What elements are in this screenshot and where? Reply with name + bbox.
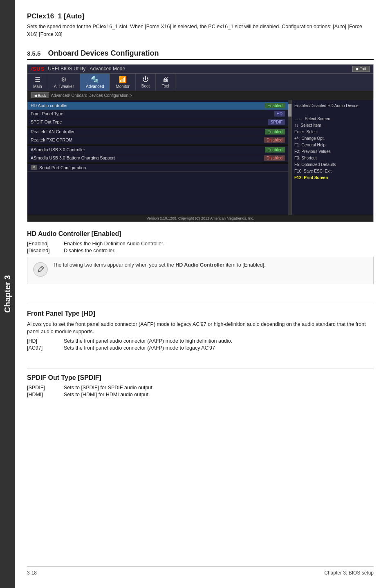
note-text: The following two items appear only when… (53, 261, 266, 269)
nav-tool[interactable]: 🖨 Tool (156, 74, 175, 91)
bios-breadcrumb: ◀ Back Advanced\ Onboard Devices Configu… (27, 91, 373, 100)
option-val: Disables the controller. (64, 248, 115, 254)
spdif-title: SPDIF Out Type [SPDIF] (27, 374, 374, 382)
hd-audio-section: HD Audio Controller [Enabled] [Enabled] … (27, 230, 374, 290)
option-row: [SPDIF] Sets to [SPDIF] for SPDIF audio … (27, 385, 374, 391)
bios-body: HD Audio controller Enabled Front Panel … (27, 100, 373, 215)
spdif-section: SPDIF Out Type [SPDIF] [SPDIF] Sets to [… (27, 374, 374, 401)
divider-1 (27, 304, 374, 304)
chapter-tab: Chapter 3 (0, 0, 15, 588)
page: Chapter 3 PCIex16_1 [Auto] Sets the spee… (0, 0, 390, 588)
bios-footer: Version 2.10.1208. Copyright (C) 2012 Am… (27, 215, 373, 222)
breadcrumb-path: Advanced\ Onboard Devices Configuration … (51, 93, 132, 98)
tool-icon: 🖨 (162, 76, 169, 83)
front-panel-desc: Allows you to set the front panel audio … (27, 321, 374, 336)
subsection-number: 3.5.5 (27, 50, 40, 57)
note-icon (33, 262, 48, 280)
main-content: PCIex16_1 [Auto] Sets the speed mode for… (15, 0, 390, 588)
scrollbar-thumb (288, 104, 291, 117)
svg-point-0 (34, 263, 47, 276)
boot-icon: ⏻ (142, 76, 149, 83)
option-key: [AC97] (27, 345, 64, 351)
option-key: [Disabled] (27, 248, 64, 254)
front-panel-section: Front Panel Type [HD] Allows you to set … (27, 310, 374, 355)
option-val: Sets to [SPDIF] for SPDIF audio output. (64, 385, 154, 391)
submenu-arrow: > (31, 165, 37, 170)
bios-exit-button[interactable]: ■ Exit (352, 66, 370, 72)
realtek-pxe-row[interactable]: Realtek PXE OPROM Disabled (27, 136, 288, 144)
back-button[interactable]: ◀ Back (31, 92, 49, 99)
hd-audio-options: [Enabled] Enables the High Definition Au… (27, 241, 374, 254)
option-row: [AC97] Sets the front panel audio connec… (27, 345, 374, 351)
asmedia-battery-row[interactable]: ASmedia USB 3.0 Battery Charging Support… (27, 154, 288, 162)
hd-audio-row[interactable]: HD Audio controller Enabled (27, 102, 288, 110)
spdif-options: [SPDIF] Sets to [SPDIF] for SPDIF audio … (27, 385, 374, 397)
asmedia-usb-row[interactable]: ASmedia USB 3.0 Controller Enabled (27, 146, 288, 154)
nav-boot[interactable]: ⏻ Boot (136, 74, 156, 91)
bios-help-text: Enabled/Disabled HD Audio Device →←: Sel… (294, 103, 371, 181)
exit-icon: ■ (356, 67, 359, 71)
option-key: [HDMI] (27, 392, 64, 397)
option-row: [Enabled] Enables the High Definition Au… (27, 241, 374, 247)
option-val: Sets the front panel audio connector (AA… (64, 338, 232, 344)
footer-left: 3-18 (27, 570, 37, 576)
pciex-section: PCIex16_1 [Auto] Sets the speed mode for… (27, 12, 374, 41)
subsection-header: 3.5.5 Onboard Devices Configuration (27, 49, 374, 60)
advanced-icon: 🔩 (91, 76, 99, 83)
bios-scrollbar[interactable] (288, 100, 291, 215)
front-panel-options: [HD] Sets the front panel audio connecto… (27, 338, 374, 351)
hd-audio-title: HD Audio Controller [Enabled] (27, 230, 374, 238)
nav-main[interactable]: ☰ Main (27, 74, 48, 91)
bios-ui-box: /SUS UEFI BIOS Utility - Advanced Mode ■… (27, 64, 374, 222)
front-panel-row[interactable]: Front Panel Type HD (27, 110, 288, 118)
option-row: [Disabled] Disables the controller. (27, 248, 374, 254)
option-row: [HDMI] Sets to [HDMI] for HDMI audio out… (27, 392, 374, 397)
option-key: [Enabled] (27, 241, 64, 247)
bios-logo: /SUS (31, 66, 45, 72)
option-row: [HD] Sets the front panel audio connecto… (27, 338, 374, 344)
monitor-icon: 📶 (119, 76, 127, 83)
footer-right: Chapter 3: BIOS setup (324, 570, 374, 576)
option-key: [SPDIF] (27, 385, 64, 391)
divider-2 (27, 368, 374, 368)
front-panel-title: Front Panel Type [HD] (27, 310, 374, 317)
realtek-lan-row[interactable]: Realtek LAN Controller Enabled (27, 128, 288, 136)
bios-titlebar: /SUS UEFI BIOS Utility - Advanced Mode ■… (27, 65, 373, 74)
bios-title-text: UEFI BIOS Utility - Advanced Mode (48, 66, 125, 72)
nav-monitor[interactable]: 📶 Monitor (110, 74, 135, 91)
main-icon: ☰ (35, 76, 40, 83)
page-footer: 3-18 Chapter 3: BIOS setup (27, 566, 374, 576)
pciex-title: PCIex16_1 [Auto] (27, 12, 374, 20)
option-val: Sets to [HDMI] for HDMI audio output. (64, 392, 150, 397)
nav-advanced[interactable]: 🔩 Advanced (80, 74, 110, 91)
bios-left-panel: HD Audio controller Enabled Front Panel … (27, 100, 288, 215)
pciex-desc: Sets the speed mode for the PCIex16_1 sl… (27, 23, 374, 38)
option-key: [HD] (27, 338, 64, 344)
spdif-out-row[interactable]: SPDIF Out Type SPDIF (27, 118, 288, 126)
ai-tweaker-icon: ⚙ (61, 76, 67, 83)
subsection-title: Onboard Devices Configuration (48, 49, 159, 58)
option-val: Sets the front panel audio connector (AA… (64, 345, 215, 351)
nav-ai-tweaker[interactable]: ⚙ Ai Tweaker (48, 74, 80, 91)
option-val: Enables the High Definition Audio Contro… (64, 241, 164, 247)
serial-port-row[interactable]: > Serial Port Configuration (27, 164, 288, 172)
bios-right-panel: Enabled/Disabled HD Audio Device →←: Sel… (291, 100, 373, 215)
note-box: The following two items appear only when… (27, 257, 374, 284)
bios-nav: ☰ Main ⚙ Ai Tweaker 🔩 Advanced 📶 Monitor… (27, 74, 373, 91)
